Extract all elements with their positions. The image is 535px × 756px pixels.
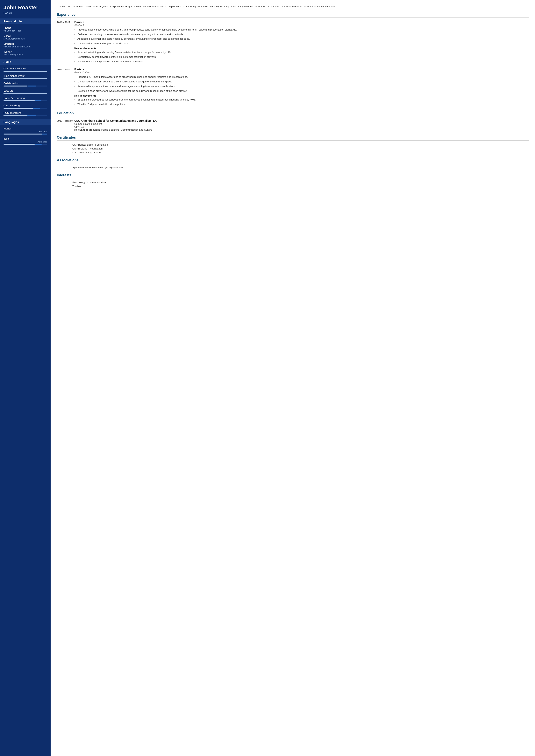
skill-item: Oral communication	[4, 67, 47, 72]
skill-item: Latte art	[4, 89, 47, 94]
experience-entry: 2015 - 2016 Barista Peet's Coffee Prepar…	[57, 68, 529, 107]
summary-text: Certified and passionate barista with 2+…	[57, 5, 529, 9]
key-achievement: Identified a crowding solution that led …	[77, 60, 529, 64]
certificates-list: CSP Barista Skills—FoundationCSP Brewing…	[57, 143, 529, 154]
contact-value: twitter.com/jroaster	[4, 53, 47, 56]
skill-bar-fill	[4, 108, 33, 109]
key-ach-label: Key achievement:	[74, 94, 529, 97]
lang-bar-fill	[4, 144, 35, 145]
association-item: Specialty Coffee Association (SCA)—Membe…	[57, 166, 529, 169]
experience-entry: 2016 - 2017 Barista Starbucks Provided q…	[57, 20, 529, 64]
skill-name: Latte art	[4, 89, 47, 92]
exp-company: Starbucks	[74, 24, 529, 27]
exp-content: Barista Peet's Coffee Prepared 20+ menu …	[74, 68, 529, 107]
skill-bar-fill	[4, 115, 27, 116]
certificates-heading: Certificates	[57, 135, 529, 141]
languages-section: French Bilingual Italian Advanced	[4, 127, 47, 145]
lang-level: Advanced	[4, 141, 47, 143]
lang-name: Italian	[4, 137, 47, 140]
interests-section: Interests Psychology of communicationTri…	[57, 173, 529, 188]
skill-bar-bg	[4, 115, 47, 116]
key-achievement: Consistently scored upwards of 95% on cu…	[77, 55, 529, 59]
skill-bar-bg	[4, 78, 47, 79]
education-entry: 2017 - present USC Annenberg School for …	[57, 119, 529, 131]
skills-heading: Skills	[0, 59, 51, 65]
skill-bar-fill	[4, 93, 47, 94]
lang-level: Bilingual	[4, 130, 47, 133]
language-item: French Bilingual	[4, 127, 47, 135]
exp-dates: 2016 - 2017	[57, 20, 74, 64]
skill-item: Collaboration	[4, 82, 47, 87]
edu-dates: 2017 - present	[57, 119, 74, 131]
contact-item: LinkedInlinkedin.com/in/johnroaster	[4, 42, 47, 48]
skill-bar-bg	[4, 71, 47, 72]
contact-value: j.roaster@gmail.com	[4, 37, 47, 40]
key-ach-label: Key achievements:	[74, 47, 529, 50]
exp-bullet: Prepared 20+ menu items according to pre…	[77, 75, 529, 79]
key-achievement: Streamlined procedures for carryout orde…	[77, 98, 529, 102]
contact-label: Twitter	[4, 50, 47, 53]
experience-list: 2016 - 2017 Barista Starbucks Provided q…	[57, 20, 529, 107]
skill-bar-fill	[4, 78, 47, 79]
education-list: 2017 - present USC Annenberg School for …	[57, 119, 529, 131]
exp-bullet: Counted a cash drawer and was responsibl…	[77, 89, 529, 93]
associations-heading: Associations	[57, 158, 529, 163]
edu-school: USC Annenberg School for Communication a…	[74, 119, 529, 122]
exp-bullets: Prepared 20+ menu items according to pre…	[74, 75, 529, 93]
contact-value: linkedin.com/in/johnroaster	[4, 45, 47, 48]
skill-bar-accent	[35, 100, 42, 101]
skill-bar-fill	[4, 100, 35, 101]
contact-item: Twittertwitter.com/jroaster	[4, 50, 47, 56]
exp-bullet: Delivered outstanding customer service t…	[77, 33, 529, 37]
languages-heading: Languages	[0, 119, 51, 125]
education-section: Education 2017 - present USC Annenberg S…	[57, 111, 529, 131]
contact-label: Phone	[4, 26, 47, 29]
certificate-item: Latte Art Grading—Verde	[57, 151, 529, 154]
key-achievement: Assisted in training and coaching 5 new …	[77, 50, 529, 54]
exp-job-title: Barista	[74, 68, 529, 71]
personal-info-heading: Personal Info	[0, 18, 51, 24]
lang-bar-accent	[42, 134, 47, 135]
contact-item: Phone+1-299-456-7888	[4, 26, 47, 32]
skill-item: Cash handling	[4, 104, 47, 109]
skill-item: Coffee/tea brewing	[4, 96, 47, 101]
skill-bar-bg	[4, 108, 47, 109]
experience-heading: Experience	[57, 13, 529, 18]
skill-bar-fill	[4, 71, 47, 72]
skill-bar-fill	[4, 86, 27, 87]
skill-bar-accent	[27, 86, 36, 87]
key-achievement: Won the 2nd prize in a latte art competi…	[77, 102, 529, 106]
interest-item: Psychology of communication	[57, 181, 529, 184]
skill-bar-accent	[33, 108, 40, 109]
contact-item: E-mailj.roaster@gmail.com	[4, 34, 47, 40]
skill-name: POS operations	[4, 111, 47, 114]
sidebar: John Roaster Barista Personal Info Phone…	[0, 0, 51, 756]
lang-name: French	[4, 127, 47, 130]
skill-bar-bg	[4, 93, 47, 94]
key-ach-bullets: Assisted in training and coaching 5 new …	[74, 50, 529, 64]
contact-value: +1-299-456-7888	[4, 29, 47, 32]
exp-job-title: Barista	[74, 20, 529, 24]
interests-heading: Interests	[57, 173, 529, 178]
edu-coursework: Relevant coursework: Public Speaking, Co…	[74, 128, 529, 131]
edu-gpa: GPA: 3.8	[74, 125, 529, 128]
contact-label: LinkedIn	[4, 42, 47, 45]
skill-name: Cash handling	[4, 104, 47, 107]
exp-dates: 2015 - 2016	[57, 68, 74, 107]
skill-name: Oral communication	[4, 67, 47, 70]
edu-field: Communication, Student	[74, 122, 529, 125]
lang-bar-bg	[4, 144, 47, 145]
skill-bar-accent	[27, 115, 36, 116]
exp-bullet: Anticipated customer and store needs by …	[77, 37, 529, 41]
skill-name: Time management	[4, 74, 47, 77]
key-ach-bullets: Streamlined procedures for carryout orde…	[74, 98, 529, 107]
certificate-item: CSP Brewing—Foundation	[57, 147, 529, 150]
skill-item: POS operations	[4, 111, 47, 116]
experience-section: Experience 2016 - 2017 Barista Starbucks…	[57, 13, 529, 107]
candidate-title: Barista	[4, 12, 47, 14]
exp-bullet: Maintained menu item counts and communic…	[77, 80, 529, 84]
skill-name: Coffee/tea brewing	[4, 96, 47, 99]
contacts-section: Phone+1-299-456-7888E-mailj.roaster@gmai…	[4, 26, 47, 56]
skills-section: Oral communication Time management Colla…	[4, 67, 47, 116]
contact-label: E-mail	[4, 34, 47, 37]
